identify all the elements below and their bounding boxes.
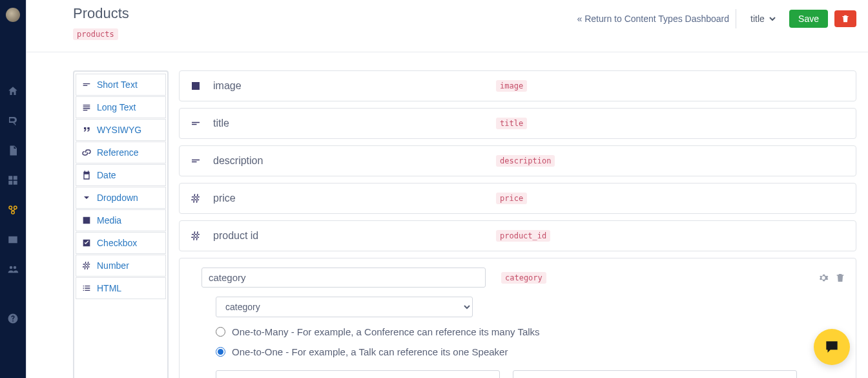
save-button[interactable]: Save [789,10,828,28]
field-slug: category [501,272,546,284]
avatar[interactable] [6,8,20,22]
title-field-select[interactable]: title [745,12,778,26]
field-label: title [213,118,229,129]
field-row[interactable]: image image [179,70,856,101]
grid-icon[interactable] [7,174,19,186]
home-icon[interactable] [7,85,19,97]
sub-input-right[interactable] [513,370,797,378]
pages-icon[interactable] [7,145,19,156]
blog-icon[interactable] [7,115,19,127]
field-row[interactable]: price price [179,183,856,214]
main: Products products « Return to Content Ty… [26,0,868,378]
delete-button[interactable] [834,10,856,27]
fields-list: image image title title description desc… [179,70,856,378]
radio-one-to-one-input[interactable] [216,347,225,357]
hash-icon [190,193,202,204]
trash-icon[interactable] [835,273,845,283]
chevron-down-icon [81,193,92,203]
short-text-icon [190,155,202,167]
palette-long-text[interactable]: Long Text [76,96,166,118]
return-link[interactable]: « Return to Content Types Dashboard [577,14,730,24]
quote-icon [81,125,92,135]
image-icon [190,80,202,92]
media-library-icon[interactable] [7,234,19,246]
hash-icon [190,230,202,242]
radio-one-to-one[interactable]: One-to-One - For example, a Talk can ref… [216,346,845,357]
gear-icon[interactable] [818,273,829,283]
radio-one-to-many-input[interactable] [216,327,225,337]
palette-media[interactable]: Media [76,209,166,231]
long-text-icon [81,102,92,112]
palette-number[interactable]: Number [76,255,166,277]
header: Products products « Return to Content Ty… [26,0,868,40]
field-expanded: category category One-to-Many - For exam [179,258,856,378]
image-icon [81,215,92,226]
radio-one-to-many[interactable]: One-to-Many - For example, a Conference … [216,326,845,337]
palette-wysiwyg[interactable]: WYSIWYG [76,119,166,141]
short-text-icon [190,118,202,129]
field-row[interactable]: title title [179,108,856,139]
field-row[interactable]: description description [179,145,856,176]
sub-input-left[interactable] [216,370,500,378]
field-label: image [213,80,242,92]
list-icon [81,283,92,293]
field-slug: product_id [496,230,550,242]
short-text-icon [81,79,92,90]
field-label: description [213,155,263,167]
field-label: price [213,193,236,204]
field-label: product id [213,230,258,242]
content-type-slug: products [73,28,118,40]
field-row[interactable]: product id product_id [179,220,856,251]
palette-short-text[interactable]: Short Text [76,74,166,96]
palette-reference[interactable]: Reference [76,142,166,163]
field-slug: description [496,155,555,167]
checkbox-icon [81,238,92,248]
link-icon [81,147,92,158]
field-name-input[interactable] [202,268,486,288]
help-icon[interactable] [7,313,19,324]
page-title: Products [73,5,577,22]
chat-icon [823,339,840,355]
palette-html[interactable]: HTML [76,277,166,299]
calendar-icon [81,170,92,180]
field-slug: title [496,118,527,129]
palette-date[interactable]: Date [76,164,166,186]
users-icon[interactable] [7,264,19,275]
hash-icon [81,260,92,271]
palette-checkbox[interactable]: Checkbox [76,232,166,254]
trash-icon [841,14,850,23]
content-types-icon[interactable] [7,204,19,216]
chat-widget[interactable] [814,329,850,365]
nav-rail [0,0,26,378]
palette-dropdown[interactable]: Dropdown [76,187,166,209]
field-slug: image [496,80,527,92]
reference-type-select[interactable]: category [216,297,473,317]
field-slug: price [496,193,527,204]
field-palette: Short Text Long Text WYSIWYG Reference D… [73,70,169,378]
